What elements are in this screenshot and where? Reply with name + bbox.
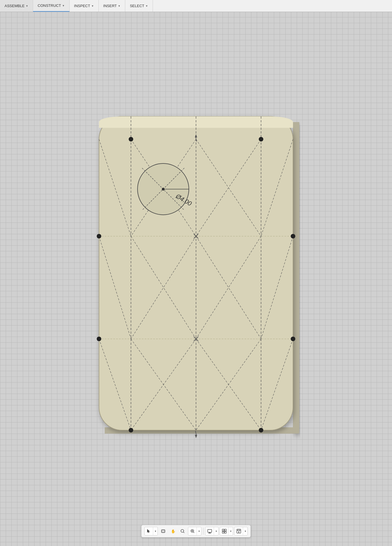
select-arrow: ▼	[146, 5, 148, 7]
assemble-label: ASSEMBLE	[5, 4, 25, 8]
svg-point-29	[259, 137, 263, 141]
main-svg: Ø4.00	[88, 105, 304, 447]
main-toolbar: ASSEMBLE ▼ CONSTRUCT ▼ INSPECT ▼ INSERT …	[0, 0, 392, 12]
svg-marker-41	[195, 134, 197, 137]
svg-point-28	[129, 137, 133, 141]
snap-dropdown-button[interactable]: ▼	[243, 527, 247, 535]
assemble-menu[interactable]: ASSEMBLE ▼	[0, 0, 33, 12]
assemble-arrow: ▼	[26, 5, 28, 7]
svg-line-32	[194, 234, 198, 238]
inspect-label: INSPECT	[74, 4, 90, 8]
grid-dropdown-arrow: ▼	[230, 530, 232, 533]
svg-rect-0	[293, 122, 299, 433]
svg-line-27	[261, 339, 293, 430]
insert-label: INSERT	[103, 4, 117, 8]
svg-rect-1	[105, 427, 299, 434]
svg-line-45	[142, 168, 184, 210]
display-dropdown-button[interactable]: ▼	[214, 527, 218, 535]
zoom-tool-group: ▼	[188, 527, 201, 535]
cursor-icon	[147, 529, 151, 533]
inspect-menu[interactable]: INSPECT ▼	[70, 0, 99, 12]
cursor-dropdown-arrow: ▼	[154, 530, 157, 533]
svg-line-19	[196, 236, 261, 339]
construct-label: CONSTRUCT	[38, 3, 61, 8]
grid-dropdown-button[interactable]: ▼	[229, 527, 233, 535]
svg-rect-64	[225, 529, 226, 531]
svg-line-23	[131, 339, 196, 430]
svg-line-24	[131, 339, 196, 430]
svg-line-59	[193, 532, 194, 533]
insert-menu[interactable]: INSERT ▼	[99, 0, 125, 12]
select-menu[interactable]: SELECT ▼	[125, 0, 153, 12]
zoom-icon	[190, 529, 195, 533]
svg-line-20	[196, 236, 261, 339]
pan-icon: ✋	[171, 529, 175, 533]
svg-point-38	[129, 428, 133, 432]
svg-line-36	[194, 337, 198, 341]
display-icon	[207, 529, 212, 533]
snap-tool-button[interactable]	[235, 527, 243, 535]
grid-icon	[222, 529, 227, 533]
svg-point-44	[138, 163, 189, 215]
grid-tool-group: ▼	[220, 527, 233, 535]
svg-point-69	[239, 530, 240, 531]
toolbar-divider-1	[203, 528, 203, 535]
svg-line-25	[196, 339, 261, 430]
object-container: Ø4.00	[88, 105, 304, 447]
svg-rect-65	[222, 531, 224, 533]
svg-point-70	[238, 531, 239, 533]
snap-icon	[237, 529, 241, 533]
svg-line-12	[131, 139, 196, 236]
insert-arrow: ▼	[118, 5, 120, 7]
magnet-icon	[161, 529, 165, 533]
zoom-tool-button[interactable]	[188, 527, 197, 535]
svg-line-17	[131, 236, 196, 339]
svg-rect-52	[162, 530, 164, 532]
fit-icon	[180, 529, 185, 533]
svg-rect-66	[225, 531, 226, 533]
canvas-area[interactable]: Ø4.00	[0, 12, 392, 546]
cursor-tool-button[interactable]	[145, 527, 153, 535]
svg-point-34	[97, 337, 101, 341]
svg-line-55	[183, 532, 184, 533]
zoom-dropdown-arrow: ▼	[198, 530, 200, 533]
cursor-tool-arrow[interactable]: ▼	[153, 527, 157, 535]
svg-line-33	[194, 234, 198, 238]
svg-rect-63	[222, 529, 224, 531]
svg-text:Ø4.00: Ø4.00	[174, 193, 193, 207]
svg-line-40	[195, 136, 197, 141]
svg-line-22	[99, 339, 131, 430]
svg-line-18	[131, 236, 196, 339]
svg-line-26	[196, 339, 261, 430]
svg-point-47	[162, 188, 165, 191]
construct-arrow: ▼	[62, 4, 65, 7]
svg-line-14	[196, 139, 261, 236]
snap-dropdown-arrow: ▼	[244, 530, 246, 533]
select-label: SELECT	[130, 4, 144, 8]
magnet-tool-button[interactable]	[159, 527, 167, 535]
svg-point-68	[237, 530, 239, 531]
inspect-arrow: ▼	[91, 5, 94, 7]
svg-line-37	[194, 337, 198, 341]
pan-tool-button[interactable]: ✋	[169, 527, 177, 535]
display-tool-button[interactable]	[205, 527, 214, 535]
svg-rect-60	[208, 529, 212, 532]
svg-marker-43	[195, 435, 197, 438]
svg-text:✋: ✋	[171, 529, 175, 533]
display-dropdown-arrow: ▼	[215, 530, 217, 533]
snap-tool-group: ▼	[234, 527, 248, 535]
construct-menu[interactable]: CONSTRUCT ▼	[33, 0, 70, 12]
zoom-dropdown-button[interactable]: ▼	[197, 527, 201, 535]
svg-line-15	[261, 139, 293, 236]
display-tool-group: ▼	[205, 527, 219, 535]
svg-point-35	[291, 337, 295, 341]
svg-line-10	[99, 139, 131, 236]
svg-line-21	[261, 236, 293, 339]
svg-rect-2	[99, 116, 293, 430]
fit-tool-button[interactable]	[178, 527, 187, 535]
grid-tool-button[interactable]	[220, 527, 229, 535]
svg-point-54	[181, 529, 184, 532]
cursor-tool-group: ▼	[144, 527, 158, 535]
svg-line-13	[196, 139, 261, 236]
svg-rect-3	[99, 116, 293, 128]
